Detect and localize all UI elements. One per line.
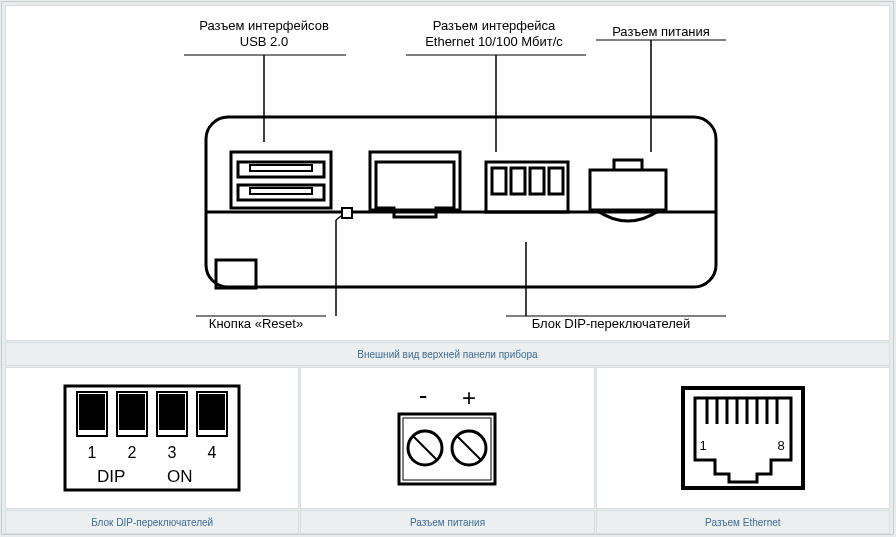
svg-rect-37 — [399, 414, 495, 484]
detail-dip-cell: 1 2 3 4 DIP ON — [5, 367, 299, 509]
svg-rect-34 — [159, 394, 185, 430]
detail3-caption: Разъем Ethernet — [596, 510, 890, 534]
frame: Разъем интерфейсов USB 2.0 Разъем интерф… — [1, 1, 894, 535]
dip-num-3: 3 — [168, 444, 177, 461]
main-caption: Внешний вид верхней панели прибора — [5, 342, 890, 366]
dip-label-left: DIP — [97, 467, 125, 486]
detail-power-cell: - + — [300, 367, 594, 509]
power-detail-svg: - + — [387, 378, 507, 498]
svg-line-10 — [336, 216, 341, 220]
svg-rect-32 — [119, 394, 145, 430]
dip-num-2: 2 — [128, 444, 137, 461]
dip-num-1: 1 — [88, 444, 97, 461]
svg-rect-26 — [549, 168, 563, 194]
svg-rect-38 — [403, 418, 491, 480]
dip-num-4: 4 — [208, 444, 217, 461]
minus-label: - — [419, 380, 428, 410]
pin-first: 1 — [699, 438, 706, 453]
detail-row: 1 2 3 4 DIP ON - + — [5, 367, 890, 509]
device-top-panel-svg — [176, 12, 736, 332]
usb-port-icon — [231, 152, 331, 208]
detail-caption-row: Блок DIP-переключателей Разъем питания Р… — [5, 510, 890, 534]
svg-line-42 — [457, 436, 481, 460]
dip-detail-svg: 1 2 3 4 DIP ON — [57, 378, 247, 498]
ethernet-detail-svg: 1 8 — [673, 378, 813, 498]
dip-label-right: ON — [167, 467, 193, 486]
svg-rect-24 — [511, 168, 525, 194]
ethernet-port-icon — [370, 152, 460, 217]
svg-rect-20 — [250, 188, 312, 194]
svg-rect-25 — [530, 168, 544, 194]
detail-ethernet-cell: 1 8 — [596, 367, 890, 509]
main-diagram-panel: Разъем интерфейсов USB 2.0 Разъем интерф… — [5, 5, 890, 341]
svg-rect-27 — [590, 170, 666, 210]
reset-button-icon — [342, 208, 352, 218]
dip-block-icon — [486, 162, 568, 212]
detail1-caption: Блок DIP-переключателей — [5, 510, 299, 534]
svg-line-40 — [413, 436, 437, 460]
plus-label: + — [462, 384, 476, 411]
svg-rect-30 — [79, 394, 105, 430]
svg-rect-15 — [216, 260, 256, 288]
svg-rect-23 — [492, 168, 506, 194]
pin-last: 8 — [777, 438, 784, 453]
svg-rect-18 — [250, 165, 312, 171]
detail2-caption: Разъем питания — [300, 510, 594, 534]
svg-rect-36 — [199, 394, 225, 430]
